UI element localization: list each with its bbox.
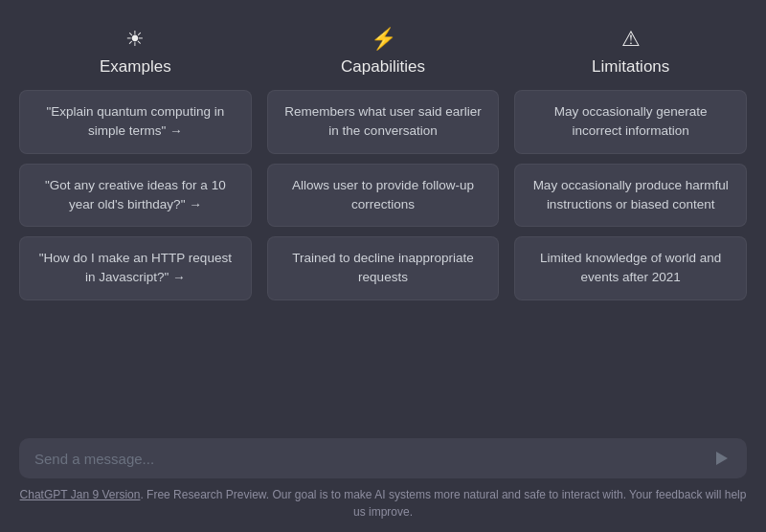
send-button[interactable] xyxy=(712,450,732,467)
column-title-limitations: Limitations xyxy=(592,57,669,77)
version-link[interactable]: ChatGPT Jan 9 Version xyxy=(20,488,141,501)
card-examples-2[interactable]: "How do I make an HTTP request in Javasc… xyxy=(19,236,252,300)
chat-input[interactable] xyxy=(34,451,705,467)
limitations-icon: ⚠ xyxy=(621,29,641,50)
column-header-capabilities: ⚡Capabilities xyxy=(341,29,425,77)
column-examples: ☀Examples"Explain quantum computing in s… xyxy=(19,29,252,300)
column-header-examples: ☀Examples xyxy=(100,29,171,77)
card-examples-0[interactable]: "Explain quantum computing in simple ter… xyxy=(19,90,252,154)
send-icon xyxy=(716,452,728,465)
footer: ChatGPT Jan 9 Version. Free Research Pre… xyxy=(0,478,766,532)
columns-container: ☀Examples"Explain quantum computing in s… xyxy=(19,29,747,300)
card-examples-1[interactable]: "Got any creative ideas for a 10 year ol… xyxy=(19,164,252,228)
card-capabilities-0: Remembers what user said earlier in the … xyxy=(267,90,500,154)
input-row xyxy=(19,438,747,478)
card-capabilities-2: Trained to decline inappropriate request… xyxy=(267,236,500,300)
card-limitations-0: May occasionally generate incorrect info… xyxy=(514,90,747,154)
main-content: ☀Examples"Explain quantum computing in s… xyxy=(0,0,766,429)
column-title-examples: Examples xyxy=(100,57,171,77)
card-limitations-2: Limited knowledge of world and events af… xyxy=(514,236,747,300)
column-limitations: ⚠LimitationsMay occasionally generate in… xyxy=(514,29,747,300)
bottom-section xyxy=(0,429,766,478)
capabilities-icon: ⚡ xyxy=(371,29,396,50)
card-capabilities-1: Allows user to provide follow-up correct… xyxy=(267,164,500,228)
footer-description: . Free Research Preview. Our goal is to … xyxy=(140,488,746,519)
examples-icon: ☀ xyxy=(125,29,145,50)
column-header-limitations: ⚠Limitations xyxy=(592,29,669,77)
card-limitations-1: May occasionally produce harmful instruc… xyxy=(514,164,747,228)
column-capabilities: ⚡CapabilitiesRemembers what user said ea… xyxy=(267,29,500,300)
column-title-capabilities: Capabilities xyxy=(341,57,425,77)
